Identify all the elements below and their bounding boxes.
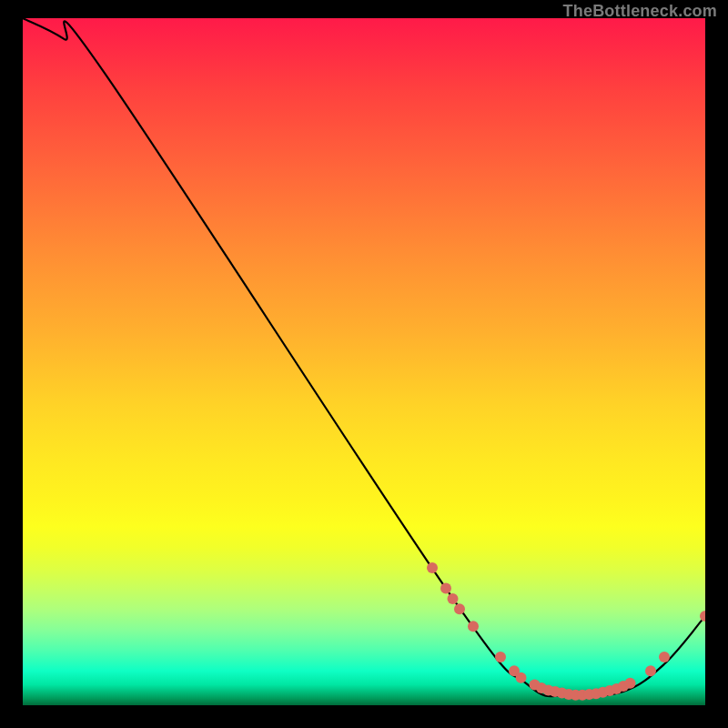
chart-overlay	[23, 18, 705, 705]
data-marker	[645, 665, 656, 676]
data-marker	[625, 678, 636, 689]
watermark-text: TheBottleneck.com	[563, 2, 717, 21]
data-marker	[700, 611, 705, 622]
data-marker	[659, 652, 670, 662]
chart-stage: TheBottleneck.com	[0, 0, 728, 728]
data-marker	[454, 603, 465, 614]
bottleneck-curve	[23, 18, 705, 696]
data-marker	[440, 583, 451, 594]
markers-group	[427, 562, 705, 701]
data-marker	[495, 652, 506, 662]
data-marker	[468, 621, 479, 632]
data-marker	[448, 593, 459, 604]
data-marker	[516, 672, 527, 683]
data-marker	[427, 562, 438, 573]
